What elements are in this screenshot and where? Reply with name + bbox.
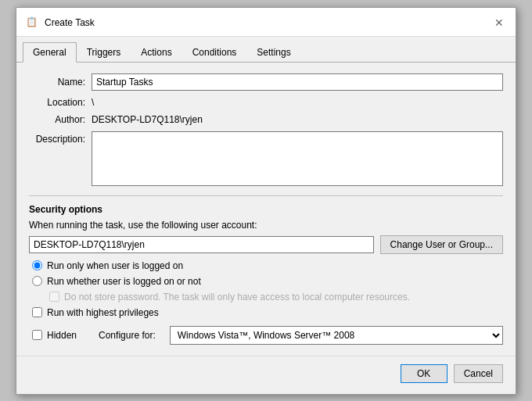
description-area: Description: — [29, 131, 503, 186]
tab-settings[interactable]: Settings — [246, 42, 300, 63]
configure-for-label: Configure for: — [99, 330, 156, 341]
author-label: Author: — [29, 114, 92, 125]
radio-logged-on[interactable] — [32, 260, 42, 270]
highest-priv-label[interactable]: Run with highest privileges — [47, 307, 159, 318]
security-section: Security options When running the task, … — [29, 204, 503, 318]
location-value: \ — [92, 97, 503, 108]
account-label: When running the task, use the following… — [29, 220, 503, 231]
tab-bar: General Triggers Actions Conditions Sett… — [16, 37, 516, 63]
name-row: Name: — [29, 73, 503, 91]
radio-whether-logged-row: Run whether user is logged on or not — [29, 276, 503, 287]
radio-logged-on-label[interactable]: Run only when user is logged on — [47, 260, 183, 271]
cancel-button[interactable]: Cancel — [454, 364, 503, 383]
title-bar-left: 📋 Create Task — [26, 16, 95, 29]
tab-triggers[interactable]: Triggers — [77, 42, 131, 63]
dialog-content: Name: Location: \ Author: DESKTOP-LD7Q11… — [16, 63, 516, 356]
highest-priv-checkbox[interactable] — [32, 307, 42, 317]
dialog-title: Create Task — [45, 17, 95, 28]
ok-button[interactable]: OK — [401, 364, 448, 383]
hidden-row: Hidden — [29, 330, 77, 341]
security-title: Security options — [29, 204, 503, 215]
tab-conditions[interactable]: Conditions — [182, 42, 247, 63]
hidden-checkbox[interactable] — [32, 330, 42, 340]
close-button[interactable]: ✕ — [491, 14, 508, 31]
bottom-row: Hidden Configure for: Windows Vista™, Wi… — [29, 326, 503, 345]
password-checkbox[interactable] — [49, 292, 59, 302]
description-label: Description: — [29, 131, 92, 186]
user-account-row: DESKTOP-LD7Q118\ryjen Change User or Gro… — [29, 235, 503, 254]
password-checkbox-label: Do not store password. The task will onl… — [64, 292, 410, 303]
user-account-value: DESKTOP-LD7Q118\ryjen — [29, 236, 374, 253]
separator-1 — [29, 195, 503, 196]
dialog-icon: 📋 — [26, 16, 38, 29]
dialog-footer: OK Cancel — [16, 356, 516, 394]
radio-logged-on-row: Run only when user is logged on — [29, 260, 503, 271]
description-input[interactable] — [92, 131, 503, 186]
author-value: DESKTOP-LD7Q118\ryjen — [92, 114, 503, 125]
location-row: Location: \ — [29, 97, 503, 108]
tab-actions[interactable]: Actions — [131, 42, 182, 63]
change-user-button[interactable]: Change User or Group... — [380, 235, 503, 254]
password-checkbox-row: Do not store password. The task will onl… — [29, 292, 503, 303]
radio-whether-logged[interactable] — [32, 276, 42, 286]
create-task-dialog: 📋 Create Task ✕ General Triggers Actions… — [16, 7, 516, 395]
name-value[interactable] — [92, 73, 503, 91]
name-label: Name: — [29, 77, 92, 88]
hidden-label[interactable]: Hidden — [47, 330, 77, 341]
highest-priv-row: Run with highest privileges — [29, 307, 503, 318]
configure-select[interactable]: Windows Vista™, Windows Server™ 2008Wind… — [170, 326, 503, 345]
radio-whether-logged-label[interactable]: Run whether user is logged on or not — [47, 276, 201, 287]
author-row: Author: DESKTOP-LD7Q118\ryjen — [29, 114, 503, 125]
tab-general[interactable]: General — [23, 42, 77, 63]
name-input[interactable] — [92, 73, 503, 91]
title-bar: 📋 Create Task ✕ — [16, 8, 516, 37]
location-label: Location: — [29, 97, 92, 108]
